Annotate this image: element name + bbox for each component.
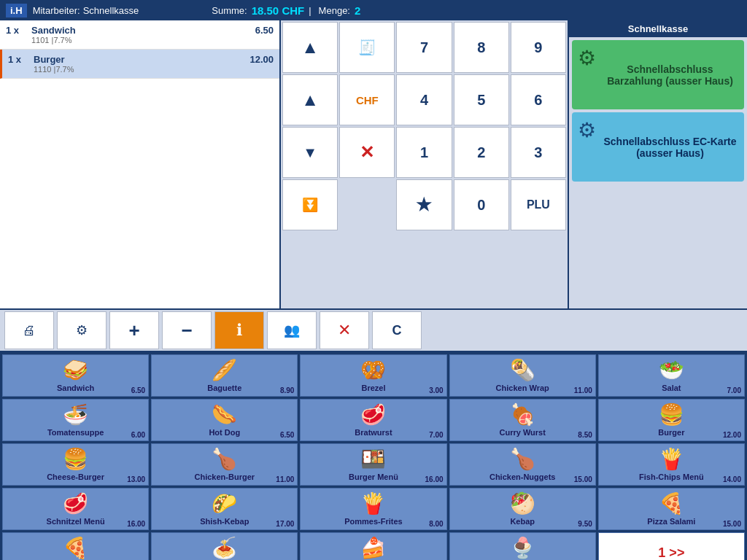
food-eisbecher[interactable]: Eisbecher 9.00: [449, 532, 596, 560]
add-button[interactable]: +: [109, 311, 159, 349]
info-button[interactable]: ℹ: [214, 311, 264, 349]
bratwurst-icon: [360, 402, 386, 427]
kebap-icon: [510, 491, 535, 516]
food-pizza-salami[interactable]: Pizza Salami 15.00: [598, 488, 745, 530]
receipt-button[interactable]: 🧾: [339, 22, 395, 73]
food-burger[interactable]: Burger 12.00: [598, 399, 745, 441]
food-chicken-wrap[interactable]: Chicken Wrap 11.00: [449, 354, 596, 397]
minus-button[interactable]: −: [162, 311, 212, 349]
order-details: Burger 1110 |7.7%: [34, 54, 249, 74]
food-kebap[interactable]: Kebap 9.50: [449, 488, 596, 530]
food-tomatensuppe[interactable]: Tomatensuppe 6.00: [2, 399, 149, 441]
food-pommes[interactable]: Pommes-Frites 8.00: [300, 488, 446, 530]
food-brezel[interactable]: Brezel 3.00: [300, 354, 446, 397]
pizza-stuck-icon: [63, 536, 88, 560]
food-salat[interactable]: Salat 7.00: [598, 354, 745, 397]
order-price: 12.00: [249, 54, 274, 65]
food-name: Burger: [658, 428, 684, 438]
order-qty: 1 x: [8, 54, 34, 65]
food-price: 7.00: [429, 431, 443, 439]
food-name: Cheese-Burger: [47, 472, 104, 482]
order-code: 1101 |7.7%: [31, 36, 255, 44]
brezel-icon: [360, 358, 386, 382]
num-1-button[interactable]: 1: [396, 127, 452, 178]
pizza-salami-icon: [659, 491, 684, 516]
curry-icon: [510, 402, 535, 427]
clear-button[interactable]: C: [372, 311, 422, 349]
food-baguette[interactable]: Baguette 8.90: [151, 354, 298, 397]
order-item-sandwich[interactable]: 1 x Sandwich 1101 |7.7% 6.50: [0, 20, 279, 50]
num-8-button[interactable]: 8: [454, 22, 509, 73]
scroll-up-button[interactable]: ▲: [282, 22, 338, 73]
menge-value: 2: [355, 4, 360, 17]
settings-button[interactable]: ⚙: [57, 311, 107, 349]
food-sandwich[interactable]: Sandwich 6.50: [2, 354, 149, 397]
num-9-button[interactable]: 9: [511, 22, 566, 73]
food-schnitzel[interactable]: Schnitzel Menü 16.00: [2, 488, 149, 530]
num-7-button[interactable]: 7: [396, 22, 452, 73]
food-chicken-burger[interactable]: Chicken-Burger 11.00: [151, 443, 298, 486]
numpad-area: ▲ 🧾 7 8 9 ▲ CHF 4 5 6 ▼ ✕ 1 2 3 ⏬ ★ 0 PL…: [281, 20, 569, 308]
food-name: Salat: [662, 384, 681, 393]
pommes-icon: [360, 491, 386, 516]
numpad-grid: ▲ 🧾 7 8 9 ▲ CHF 4 5 6 ▼ ✕ 1 2 3 ⏬ ★ 0 PL…: [281, 20, 568, 308]
food-price: 14.00: [723, 475, 741, 483]
num-2-button[interactable]: 2: [454, 127, 509, 178]
cheese-burger-icon: [63, 447, 88, 471]
main-area: 1 x Sandwich 1101 |7.7% 6.50 1 x Burger …: [0, 20, 747, 308]
empty-cell: [339, 179, 395, 230]
quick-cash-button[interactable]: ⚙ Schnellabschluss Barzahlung (ausser Ha…: [572, 40, 744, 109]
num-6-button[interactable]: 6: [511, 74, 566, 125]
food-fish-chips[interactable]: Fish-Chips Menü 14.00: [598, 443, 745, 486]
fish-chips-icon: [659, 447, 684, 471]
food-name: Schnitzel Menü: [47, 517, 105, 526]
wrap-icon: [510, 358, 535, 382]
food-curry-wurst[interactable]: Curry Wurst 8.50: [449, 399, 596, 441]
food-next-page[interactable]: 1 >>: [598, 532, 745, 560]
cancel-button[interactable]: ✕: [320, 311, 369, 349]
food-price: 16.00: [127, 520, 145, 528]
pipe-separator: |: [309, 5, 311, 16]
scroll-down2-button[interactable]: ⏬: [282, 179, 338, 230]
tiramisu-icon: [360, 536, 386, 560]
ih-badge: i.H: [6, 4, 27, 18]
burger-menu-icon: [360, 447, 386, 471]
food-price: 15.00: [574, 475, 592, 483]
num-3-button[interactable]: 3: [511, 127, 566, 178]
order-name: Burger: [34, 54, 249, 65]
quick-ec-button[interactable]: ⚙ Schnellabschluss EC-Karte (ausser Haus…: [572, 112, 744, 182]
plu-button[interactable]: PLU: [511, 179, 566, 230]
food-hotdog[interactable]: Hot Dog 6.50: [151, 399, 298, 441]
schnitzel-icon: [63, 491, 88, 516]
food-spaghetti[interactable]: Spaghetti 14.50: [151, 532, 298, 560]
food-cheese-burger[interactable]: Cheese-Burger 13.00: [2, 443, 149, 486]
scroll-down-button[interactable]: ▼: [282, 127, 338, 178]
printer-button[interactable]: 🖨: [4, 311, 54, 349]
food-tiramisu[interactable]: Tiramisu 6.00: [300, 532, 446, 560]
food-price: 17.00: [276, 520, 294, 528]
star-button[interactable]: ★: [396, 179, 452, 230]
order-item-burger[interactable]: 1 x Burger 1110 |7.7% 12.00: [0, 50, 279, 79]
food-name: Shish-Kebap: [200, 517, 249, 526]
food-name: Fish-Chips Menü: [639, 472, 704, 482]
cancel-item-button[interactable]: ✕: [339, 127, 395, 178]
food-price: 3.00: [429, 386, 443, 394]
num-4-button[interactable]: 4: [396, 74, 452, 125]
spaghetti-icon: [212, 536, 237, 560]
food-chicken-nuggets[interactable]: Chicken-Nuggets 15.00: [449, 443, 596, 486]
food-bratwurst[interactable]: Bratwurst 7.00: [300, 399, 446, 441]
users-button[interactable]: 👥: [267, 311, 317, 349]
food-burger-menu[interactable]: Burger Menü 16.00: [300, 443, 446, 486]
num-5-button[interactable]: 5: [454, 74, 509, 125]
food-price: 8.50: [578, 431, 592, 439]
mitarbeiter-label: Mitarbeiter:: [33, 5, 80, 16]
num-0-button[interactable]: 0: [454, 179, 509, 230]
food-price: 15.00: [723, 520, 741, 528]
food-shish-kebap[interactable]: Shish-Kebap 17.00: [151, 488, 298, 530]
chf-button[interactable]: CHF: [339, 74, 395, 125]
food-name: Baguette: [207, 384, 241, 393]
scroll-up2-button[interactable]: ▲: [282, 74, 338, 125]
food-name: Pommes-Frites: [344, 517, 402, 526]
food-name: Chicken Wrap: [496, 384, 549, 393]
food-pizza-stuck[interactable]: Pizza Stück 6.50: [2, 532, 149, 560]
